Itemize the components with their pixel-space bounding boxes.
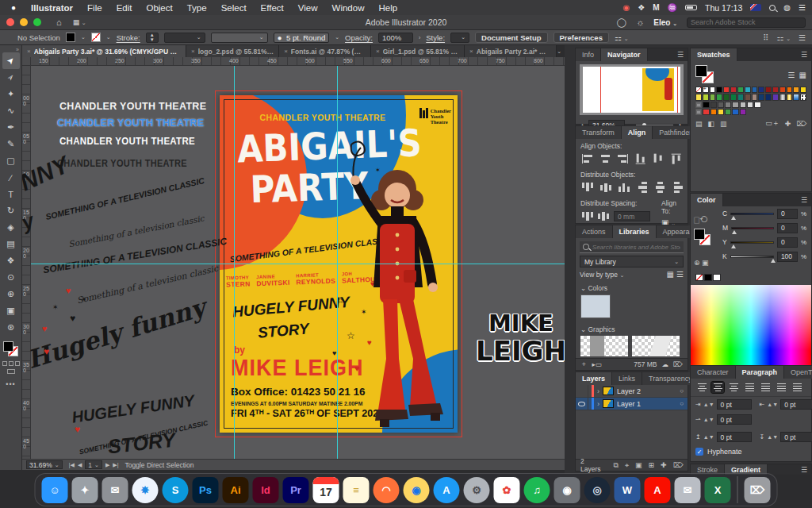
- swatch[interactable]: [710, 94, 716, 100]
- stroke-weight-stepper[interactable]: ▲▼: [146, 33, 159, 43]
- swatch-kind-icon[interactable]: ▥: [720, 120, 727, 128]
- delete-swatch-icon[interactable]: ⌦: [796, 120, 806, 128]
- tab-links[interactable]: Links: [612, 372, 642, 385]
- library-graphic-2[interactable]: [632, 336, 680, 356]
- dock-premiere[interactable]: Pr: [283, 477, 309, 503]
- right-indent-field[interactable]: ⇤▲▼0 pt: [760, 399, 812, 410]
- dock-steam[interactable]: ◎: [584, 477, 611, 503]
- swatch[interactable]: [710, 109, 717, 115]
- wifi-icon[interactable]: ♒: [668, 3, 677, 12]
- next-artboard-icon[interactable]: ▶: [105, 462, 109, 468]
- menu-effect[interactable]: Effect: [261, 3, 284, 13]
- document-tab[interactable]: ×Abigails Party 2.ai* @ 27.37%...: [465, 45, 557, 57]
- cloud-sync-icon[interactable]: ◯: [617, 17, 626, 28]
- layer-visibility-toggle[interactable]: [576, 398, 588, 410]
- dock-skype[interactable]: S: [163, 477, 189, 503]
- swatch[interactable]: [710, 102, 717, 108]
- dock-mail-2[interactable]: ✉: [675, 477, 701, 503]
- symbol-sprayer-tool[interactable]: ⊕: [2, 286, 20, 302]
- apple-menu-icon[interactable]: ●: [11, 3, 16, 12]
- swatch[interactable]: [716, 87, 722, 93]
- libraries-search[interactable]: [580, 241, 684, 253]
- swatch[interactable]: [793, 94, 799, 100]
- swatch-list-view-icon[interactable]: ☰: [788, 71, 795, 79]
- libraries-search-input[interactable]: [592, 244, 680, 251]
- scatter-text[interactable]: MIKE: [488, 310, 553, 337]
- align-glyphs-icon[interactable]: ⚏ ⌄: [615, 33, 629, 42]
- lightbulb-discover-icon[interactable]: ☼: [636, 17, 644, 27]
- document-setup-button[interactable]: Document Setup: [475, 32, 547, 43]
- colors-section-label[interactable]: ⌄ Colors: [576, 281, 688, 294]
- space-before-field[interactable]: ↥▲▼0 pt: [695, 432, 752, 442]
- brush-definition-dropdown[interactable]: ● 5 pt. Round: [274, 33, 330, 43]
- layer-row[interactable]: ›Layer 2○: [576, 385, 688, 398]
- scatter-text[interactable]: Hugely funny: [24, 293, 209, 374]
- color-channel-k[interactable]: K100%: [718, 249, 811, 264]
- color-fill-stroke[interactable]: [694, 229, 713, 248]
- malwarebytes-icon[interactable]: M: [653, 3, 659, 12]
- battery-icon[interactable]: [685, 5, 697, 10]
- menu-illustrator[interactable]: Illustrator: [31, 3, 73, 13]
- menubar-clock[interactable]: Thu 17:13: [705, 3, 742, 13]
- grid-view-icon[interactable]: ▦: [667, 270, 674, 279]
- tab-overflow-icon[interactable]: ⌄: [557, 48, 565, 55]
- collect-export-icon[interactable]: ⧉: [614, 461, 619, 470]
- workspace-switcher-icon[interactable]: ⚏ ⌄: [776, 33, 791, 42]
- tab-color[interactable]: Color: [691, 194, 723, 206]
- black-swatch[interactable]: [704, 274, 712, 281]
- opacity-value[interactable]: 100%: [378, 33, 413, 43]
- selection-tool[interactable]: ➤: [2, 52, 20, 69]
- scatter-text[interactable]: CHANDLER YOUTH THEATRE: [59, 137, 195, 147]
- distribute-c-icon[interactable]: [600, 183, 611, 192]
- document-tab[interactable]: ×Girl_1.psd @ 55.81% (RGB/GP...: [371, 45, 465, 57]
- first-line-indent-field[interactable]: ⇀▲▼0 pt: [695, 414, 752, 425]
- swatch[interactable]: [745, 94, 751, 100]
- swatch[interactable]: [730, 87, 737, 93]
- style-dropdown[interactable]: ⌄: [450, 33, 469, 43]
- dock-trash[interactable]: ⌦: [745, 477, 771, 503]
- swatch[interactable]: [779, 87, 786, 93]
- style-label[interactable]: Style:: [426, 33, 445, 42]
- stroke-weight-label[interactable]: Stroke:: [117, 33, 140, 42]
- distribute-b-icon[interactable]: [619, 183, 630, 192]
- fill-swatch[interactable]: [3, 341, 13, 352]
- artboard-tool[interactable]: ▣: [2, 302, 20, 319]
- distribute-c v-icon[interactable]: [656, 182, 665, 193]
- swatch[interactable]: [695, 94, 702, 100]
- menu-view[interactable]: View: [298, 3, 318, 13]
- swatch[interactable]: [718, 102, 724, 108]
- swatch[interactable]: [725, 109, 731, 115]
- slider-thumb[interactable]: [771, 259, 776, 263]
- dock-system-preferences[interactable]: ⚙: [464, 477, 490, 503]
- color-mode-buttons[interactable]: [2, 361, 20, 366]
- distribute-spacing-value[interactable]: 0 mm: [614, 211, 650, 221]
- panel-menu-icon[interactable]: ☰: [801, 48, 811, 61]
- canvas-area[interactable]: 1502002503003504004505005506006507007508…: [22, 57, 565, 459]
- locate-object-icon[interactable]: ⌖: [625, 461, 629, 470]
- swatch[interactable]: [765, 87, 772, 93]
- opacity-label[interactable]: Opacity:: [345, 33, 373, 42]
- menu-object[interactable]: Object: [146, 3, 172, 13]
- scatter-text[interactable]: LEIGH: [476, 335, 565, 367]
- slider-thumb[interactable]: [731, 216, 736, 220]
- fill-chevron-icon[interactable]: ⌄: [81, 34, 86, 40]
- distribute-t-icon[interactable]: [582, 212, 593, 221]
- channel-value[interactable]: 100: [777, 252, 798, 262]
- color-quick-swatches[interactable]: [691, 271, 811, 283]
- layer-target-icon[interactable]: ○: [680, 400, 684, 407]
- stroke-weight-dropdown[interactable]: ⌄: [164, 33, 205, 43]
- new-swatch-group-icon[interactable]: ▭＋: [765, 118, 779, 129]
- swatch[interactable]: [730, 94, 737, 100]
- document-tab[interactable]: ×Abigails Party 3.ai* @ 31.69% (CMYK/GPU…: [22, 45, 186, 57]
- stroke-color-swatch[interactable]: [91, 33, 101, 42]
- preferences-button[interactable]: Preferences: [553, 32, 609, 43]
- align-r-icon[interactable]: [618, 154, 628, 164]
- dock-photoshop[interactable]: Ps: [193, 477, 219, 503]
- menu-edit[interactable]: Edit: [117, 3, 132, 13]
- poster-headline-2[interactable]: STORY: [257, 320, 309, 342]
- swatch[interactable]: [752, 94, 758, 100]
- tab-align[interactable]: Align: [622, 126, 653, 139]
- distribute-t v-icon[interactable]: [638, 182, 647, 193]
- paragraph-align-center-button[interactable]: [711, 382, 724, 393]
- dock-word[interactable]: W: [615, 477, 641, 503]
